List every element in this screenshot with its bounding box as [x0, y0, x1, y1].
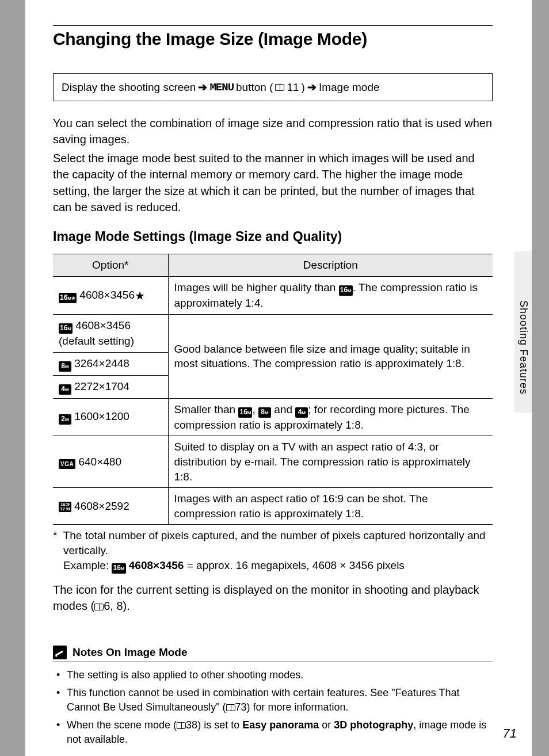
megapixel-icon: 16M [59, 323, 73, 334]
vga-icon: VGA [59, 459, 75, 469]
megapixel-icon: 4M [59, 384, 71, 395]
aspect-ratio-icon: 16:912 M [59, 502, 71, 512]
megapixel-icon: 16M★ [59, 293, 77, 303]
description-cell: Suited to display on a TV with an aspect… [168, 436, 493, 488]
option-cell: 16M★ 4608×3456★ [53, 277, 168, 315]
option-cell: 8M 3264×2448 [53, 352, 168, 375]
description-cell: Good balance between file size and image… [168, 314, 493, 398]
breadcrumb-box: Display the shooting screen ➔ MENU butto… [53, 73, 493, 101]
dimensions: 4608×3456 [75, 319, 131, 331]
pencil-icon [53, 646, 67, 659]
side-tab-label: Shooting Features [517, 300, 529, 395]
nav-ref: 11 [287, 81, 299, 94]
megapixel-icon: 8M [258, 407, 271, 418]
manual-page: Shooting Features Changing the Image Siz… [25, 0, 532, 756]
table-header-row: Option* Description [53, 254, 493, 277]
col-option: Option* [53, 254, 168, 277]
dimensions: 4608×3456 [79, 289, 135, 301]
intro-paragraph: You can select the combination of image … [53, 115, 493, 148]
arrow-icon: ➔ [198, 81, 207, 94]
page-number: 71 [503, 726, 517, 741]
description-cell: Images will be higher quality than 16M. … [168, 277, 493, 315]
list-item: The setting is also applied to other sho… [61, 668, 493, 682]
section-heading: Image Mode Settings (Image Size and Qual… [53, 229, 493, 245]
description-cell: Images with an aspect ratio of 16:9 can … [168, 488, 493, 525]
content-area: Changing the Image Size (Image Mode) Dis… [25, 0, 532, 756]
option-cell: 16:912 M 4608×2592 [53, 488, 168, 525]
book-icon [177, 722, 186, 729]
dimensions: 4608×2592 [74, 500, 129, 512]
dimensions: 2272×1704 [74, 380, 129, 392]
table-row: 16M 4608×3456 (default setting) Good bal… [53, 314, 493, 352]
nav-step-1: Display the shooting screen [62, 81, 196, 94]
col-description: Description [168, 254, 493, 277]
notes-section: Notes On Image Mode The setting is also … [53, 646, 493, 747]
option-cell: 2M 1600×1200 [53, 398, 168, 436]
closing-paragraph: The icon for the current setting is disp… [53, 582, 493, 614]
book-icon [94, 604, 104, 610]
megapixel-icon: 16M [112, 563, 125, 574]
settings-table: Option* Description 16M★ 4608×3456★ Imag… [53, 254, 493, 525]
notes-header: Notes On Image Mode [53, 646, 493, 662]
page-title: Changing the Image Size (Image Mode) [53, 29, 493, 49]
notes-title: Notes On Image Mode [73, 646, 188, 659]
dimensions: 1600×1200 [74, 410, 129, 422]
megapixel-icon: 4M [295, 407, 308, 418]
star-icon: ★ [135, 289, 145, 302]
nav-step-3: Image mode [319, 81, 380, 94]
dimensions: 640×480 [78, 456, 121, 468]
dimensions: 3264×2448 [74, 357, 129, 369]
table-row: 16:912 M 4608×2592 Images with an aspect… [53, 488, 493, 525]
footnote-example: Example: 16M 4608×3456 = approx. 16 mega… [53, 559, 493, 574]
title-rule [53, 25, 493, 26]
book-icon [226, 704, 235, 711]
notes-list: The setting is also applied to other sho… [53, 668, 493, 747]
table-row: 2M 1600×1200 Smaller than 16M, 8M and 4M… [53, 398, 493, 436]
nav-text: ) [302, 81, 305, 94]
option-cell: 16M 4608×3456 (default setting) [53, 314, 168, 352]
nav-text: button ( [236, 81, 273, 94]
default-label: (default setting) [59, 335, 134, 347]
table-row: 16M★ 4608×3456★ Images will be higher qu… [53, 277, 493, 315]
megapixel-icon: 16M [238, 407, 252, 418]
footnote: * The total number of pixels captured, a… [53, 528, 493, 558]
book-icon [275, 84, 284, 91]
menu-button-label: MENU [209, 81, 234, 94]
list-item: When the scene mode (38) is set to Easy … [61, 718, 493, 747]
arrow-icon: ➔ [307, 81, 317, 94]
megapixel-icon: 16M [339, 285, 353, 296]
megapixel-icon: 2M [59, 414, 71, 425]
megapixel-icon: 8M [59, 361, 71, 372]
intro-paragraph: Select the image mode best suited to the… [53, 150, 493, 216]
option-cell: 4M 2272×1704 [53, 375, 168, 398]
list-item: This function cannot be used in combinat… [61, 686, 493, 715]
table-row: VGA 640×480 Suited to display on a TV wi… [53, 436, 493, 488]
description-cell: Smaller than 16M, 8M and 4M; for recordi… [168, 398, 493, 436]
option-cell: VGA 640×480 [53, 436, 168, 488]
